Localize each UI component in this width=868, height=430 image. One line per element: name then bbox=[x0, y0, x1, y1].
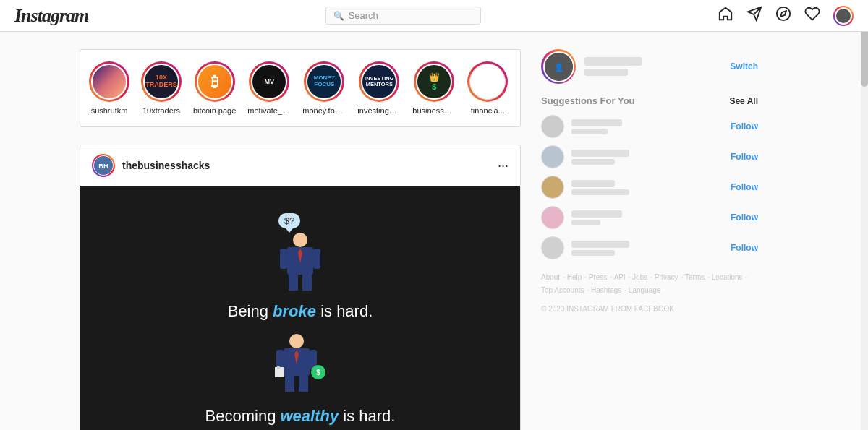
story-ring: 10XTRADERS bbox=[141, 61, 182, 102]
suggestion-avatar[interactable] bbox=[541, 145, 564, 168]
story-item[interactable]: MV motivate_vi... bbox=[247, 61, 291, 115]
story-avatar: MV bbox=[251, 64, 287, 100]
post-username[interactable]: thebusinesshacks bbox=[122, 160, 210, 171]
story-username: 10xtraders bbox=[142, 106, 180, 115]
switch-button[interactable]: Switch bbox=[730, 61, 758, 72]
svg-rect-8 bbox=[313, 249, 320, 269]
header: Instagram 🔍 bbox=[0, 0, 868, 32]
post-image-content: $? bbox=[80, 186, 520, 430]
suggestion-left bbox=[541, 145, 629, 168]
suggestion-sub-blurred bbox=[571, 250, 615, 256]
suggestion-avatar[interactable] bbox=[541, 115, 564, 138]
story-avatar bbox=[469, 64, 506, 100]
suggestion-info bbox=[571, 119, 622, 134]
see-all-button[interactable]: See All bbox=[729, 96, 758, 106]
suggestion-info bbox=[571, 150, 629, 165]
story-item[interactable]: MONEYFOCUS money.focus bbox=[302, 61, 346, 115]
scrollbar-track[interactable] bbox=[861, 0, 868, 430]
story-item[interactable]: ₿ bitcoin.page bbox=[193, 61, 236, 115]
suggestion-sub-blurred bbox=[571, 189, 629, 195]
footer-copyright: © 2020 INSTAGRAM FROM FACEBOOK bbox=[541, 303, 758, 316]
story-item[interactable]: sushrutkm bbox=[89, 61, 129, 115]
suggestion-sub-blurred bbox=[571, 159, 615, 165]
footer-link-api[interactable]: API bbox=[613, 273, 625, 281]
svg-rect-18 bbox=[277, 366, 280, 369]
suggestion-left bbox=[541, 206, 622, 229]
suggestion-avatar[interactable] bbox=[541, 236, 564, 259]
footer-link-list: About· Help· Press· API· Jobs· Privacy· … bbox=[541, 271, 758, 297]
suggestion-item: Follow bbox=[541, 115, 758, 138]
search-box: 🔍 bbox=[326, 7, 481, 25]
story-ring bbox=[89, 61, 129, 102]
heart-icon[interactable] bbox=[804, 6, 820, 25]
suggestion-username-blurred bbox=[571, 119, 622, 126]
story-username: money.focus bbox=[302, 106, 346, 115]
suggestion-sub-blurred bbox=[571, 220, 600, 225]
svg-rect-11 bbox=[287, 291, 299, 295]
svg-rect-12 bbox=[302, 291, 313, 295]
post-more-button[interactable]: ··· bbox=[498, 158, 509, 173]
footer-link-language[interactable]: Language bbox=[629, 286, 661, 294]
compass-icon[interactable] bbox=[775, 6, 791, 25]
svg-rect-7 bbox=[280, 249, 287, 269]
broke-businessman-figure bbox=[278, 231, 322, 296]
suggestion-avatar[interactable] bbox=[541, 206, 564, 229]
story-item[interactable]: INVESTINGMENTORS investingm... bbox=[357, 61, 401, 115]
profile-avatar-nav[interactable] bbox=[833, 6, 854, 26]
stories-bar: sushrutkm 10XTRADERS 10xtraders ₿ bi bbox=[80, 49, 521, 127]
story-avatar: 10XTRADERS bbox=[143, 64, 179, 100]
suggestion-item: Follow bbox=[541, 206, 758, 229]
svg-marker-1 bbox=[780, 11, 786, 17]
story-username: motivate_vi... bbox=[247, 106, 291, 115]
story-item[interactable]: 10XTRADERS 10xtraders bbox=[141, 61, 182, 115]
footer-link-top-accounts[interactable]: Top Accounts bbox=[541, 286, 584, 294]
sidebar-avatar-ring[interactable]: 👤 bbox=[541, 49, 576, 84]
post: BH thebusinesshacks ··· $? bbox=[80, 145, 521, 430]
wealthy-businessman-figure: $ bbox=[275, 332, 326, 401]
story-avatar: ₿ bbox=[197, 64, 233, 100]
story-ring: ₿ bbox=[195, 61, 235, 102]
story-avatar: 👑 $ bbox=[416, 64, 452, 100]
sidebar-name-blurred bbox=[584, 69, 628, 76]
svg-point-4 bbox=[293, 233, 307, 247]
follow-button[interactable]: Follow bbox=[731, 121, 758, 132]
suggestion-info bbox=[571, 241, 629, 256]
follow-button[interactable]: Follow bbox=[731, 152, 758, 162]
post-user[interactable]: BH thebusinesshacks bbox=[92, 154, 210, 177]
footer-link-terms[interactable]: Terms bbox=[685, 273, 705, 281]
follow-button[interactable]: Follow bbox=[731, 212, 758, 223]
footer-link-press[interactable]: Press bbox=[589, 273, 608, 281]
follow-button[interactable]: Follow bbox=[731, 182, 758, 192]
feed: sushrutkm 10XTRADERS 10xtraders ₿ bi bbox=[80, 32, 521, 430]
sidebar: 👤 Switch Suggestions For You See All bbox=[541, 32, 758, 430]
suggestion-left bbox=[541, 176, 629, 199]
story-avatar: MONEYFOCUS bbox=[306, 64, 342, 100]
suggestion-avatar[interactable] bbox=[541, 176, 564, 199]
story-ring: INVESTINGMENTORS bbox=[359, 61, 399, 102]
footer-link-about[interactable]: About bbox=[541, 273, 560, 281]
follow-button[interactable]: Follow bbox=[731, 243, 758, 253]
sidebar-avatar: 👤 bbox=[543, 51, 574, 82]
footer-link-locations[interactable]: Locations bbox=[712, 273, 743, 281]
home-icon[interactable] bbox=[718, 6, 733, 25]
suggestions-header: Suggestions For You See All bbox=[541, 95, 758, 106]
story-item[interactable]: financia... bbox=[467, 61, 508, 115]
post-header: BH thebusinesshacks ··· bbox=[80, 145, 520, 186]
suggestion-item: Follow bbox=[541, 176, 758, 199]
suggestion-username-blurred bbox=[571, 241, 629, 248]
logo[interactable]: Instagram bbox=[14, 5, 88, 27]
story-item[interactable]: 👑 $ businessem... bbox=[412, 61, 456, 115]
footer-link-hashtags[interactable]: Hashtags bbox=[591, 286, 621, 294]
paper-plane-icon[interactable] bbox=[746, 6, 762, 25]
footer-link-privacy[interactable]: Privacy bbox=[655, 273, 678, 281]
sidebar-profile: 👤 Switch bbox=[541, 49, 758, 84]
suggestion-sub-blurred bbox=[571, 129, 608, 134]
suggestions-title: Suggestions For You bbox=[541, 95, 635, 106]
svg-rect-17 bbox=[275, 367, 284, 377]
story-ring bbox=[467, 61, 508, 102]
footer-link-help[interactable]: Help bbox=[567, 273, 582, 281]
svg-text:$: $ bbox=[316, 369, 320, 377]
svg-rect-23 bbox=[299, 374, 308, 395]
search-input[interactable] bbox=[349, 10, 473, 21]
footer-link-jobs[interactable]: Jobs bbox=[632, 273, 647, 281]
